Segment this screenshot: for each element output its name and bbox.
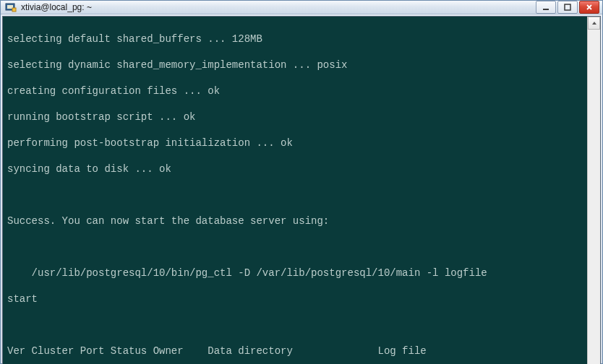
close-button[interactable] <box>579 1 599 14</box>
maximize-button[interactable] <box>557 1 578 14</box>
putty-icon <box>5 1 17 13</box>
vertical-scrollbar[interactable] <box>587 17 600 364</box>
output-line <box>7 318 583 332</box>
terminal-output[interactable]: selecting default shared_buffers ... 128… <box>3 17 587 364</box>
output-line: Success. You can now start the database … <box>7 214 583 228</box>
minimize-button[interactable] <box>536 1 556 14</box>
svg-rect-3 <box>543 9 549 10</box>
output-line <box>7 240 583 254</box>
output-line: running bootstrap script ... ok <box>7 110 583 124</box>
window-title: xtivia@local_pg: ~ <box>21 2 536 12</box>
svg-rect-4 <box>565 4 570 10</box>
terminal-container: selecting default shared_buffers ... 128… <box>2 16 601 364</box>
titlebar[interactable]: xtivia@local_pg: ~ <box>1 1 602 14</box>
terminal-window: xtivia@local_pg: ~ selecting default sha… <box>0 0 603 364</box>
output-line <box>7 188 583 202</box>
output-line: syncing data to disk ... ok <box>7 162 583 176</box>
output-line: Ver Cluster Port Status Owner Data direc… <box>7 344 583 358</box>
output-line: selecting dynamic shared_memory_implemen… <box>7 58 583 72</box>
scroll-up-button[interactable] <box>588 17 600 30</box>
scrollbar-track[interactable] <box>588 30 600 364</box>
output-line: creating configuration files ... ok <box>7 84 583 98</box>
output-line: selecting default shared_buffers ... 128… <box>7 32 583 46</box>
output-line: /usr/lib/postgresql/10/bin/pg_ctl -D /va… <box>7 266 583 280</box>
output-line: performing post-bootstrap initialization… <box>7 136 583 150</box>
window-controls <box>536 1 599 14</box>
output-line: start <box>7 292 583 306</box>
svg-rect-2 <box>12 8 16 12</box>
